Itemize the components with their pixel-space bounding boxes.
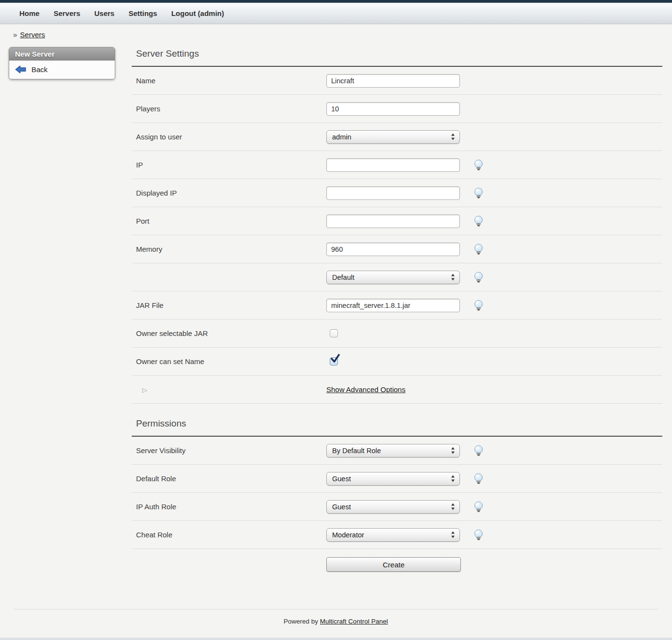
select-value: Default (332, 274, 354, 281)
field-row-players: Players (132, 95, 662, 123)
cheat-role-select[interactable]: Moderator (326, 528, 460, 542)
server-form: Server Settings Name Players Assign to u… (132, 48, 662, 580)
arrow-left-icon (15, 65, 26, 74)
breadcrumb-symbol: » (13, 30, 17, 39)
field-label: IP Auth Role (132, 503, 326, 511)
field-row-name: Name (132, 67, 662, 95)
lightbulb-icon (473, 300, 484, 311)
field-label: Owner can set Name (132, 357, 326, 366)
field-label: Players (132, 105, 326, 113)
back-label: Back (31, 65, 47, 74)
players-input[interactable] (326, 102, 460, 116)
memory-input[interactable] (326, 243, 460, 256)
page-footer: Powered by Multicraft Control Panel (13, 609, 658, 625)
footer-text: Powered by (284, 618, 320, 625)
field-row-memory: Memory (132, 235, 662, 263)
create-row: Create (132, 549, 662, 580)
field-label: Server Visibility (132, 446, 326, 455)
lightbulb-icon (473, 272, 484, 283)
field-row-owner-selectable-jar: Owner selectable JAR (132, 320, 662, 348)
field-row-default-role: Default Role Guest (132, 465, 662, 493)
field-row-ip-auth-role: IP Auth Role Guest (132, 493, 662, 521)
owner-selectable-jar-checkbox[interactable] (330, 329, 338, 337)
field-row-server-visibility: Server Visibility By Default Role (132, 437, 662, 465)
field-row-port: Port (132, 207, 662, 235)
advanced-options-row: ▷ Show Advanced Options (132, 376, 662, 404)
field-label: JAR File (132, 301, 326, 309)
select-value: Moderator (332, 531, 364, 539)
lightbulb-icon (473, 244, 484, 255)
field-label: Owner selectable JAR (132, 329, 326, 337)
lightbulb-icon (473, 187, 484, 199)
new-server-panel: New Server Back (9, 47, 115, 79)
lightbulb-icon (473, 473, 484, 485)
nav-item-users[interactable]: Users (94, 9, 115, 17)
nav-item-logout[interactable]: Logout (admin) (171, 9, 224, 17)
select-value: Guest (332, 475, 351, 483)
back-button[interactable]: Back (9, 61, 115, 79)
field-row-displayed-ip: Displayed IP (132, 179, 662, 207)
field-label: Cheat Role (132, 531, 326, 539)
nav-item-home[interactable]: Home (19, 9, 40, 17)
breadcrumb: »Servers (13, 30, 672, 39)
select-value: Guest (332, 503, 351, 511)
displayed-ip-input[interactable] (326, 186, 460, 200)
jar-file-input[interactable] (326, 299, 460, 312)
nav-item-settings[interactable]: Settings (128, 9, 157, 17)
field-row-assign-to-user: Assign to user admin (132, 123, 662, 151)
up-down-arrows-icon (451, 531, 455, 538)
owner-can-set-name-checkbox[interactable] (330, 357, 338, 366)
field-row-memory-profile: Default (132, 263, 662, 291)
lightbulb-icon (473, 501, 484, 513)
lightbulb-icon (473, 215, 484, 227)
section-title-server-settings: Server Settings (136, 48, 662, 59)
field-row-jar-file: JAR File (132, 291, 662, 320)
breadcrumb-link-servers[interactable]: Servers (20, 30, 45, 39)
ip-auth-role-select[interactable]: Guest (326, 500, 460, 514)
field-row-owner-can-set-name: Owner can set Name (132, 348, 662, 376)
select-value: By Default Role (332, 447, 381, 455)
up-down-arrows-icon (451, 274, 455, 281)
port-input[interactable] (326, 214, 460, 228)
lightbulb-icon (473, 529, 484, 541)
lightbulb-icon (473, 445, 484, 457)
field-label: Assign to user (132, 133, 326, 141)
lightbulb-icon (473, 159, 484, 171)
server-visibility-select[interactable]: By Default Role (326, 444, 460, 457)
up-down-arrows-icon (451, 133, 455, 140)
name-input[interactable] (326, 74, 460, 88)
default-role-select[interactable]: Guest (326, 472, 460, 486)
memory-profile-select[interactable]: Default (326, 271, 460, 284)
field-label: Name (132, 76, 326, 85)
select-value: admin (332, 133, 351, 141)
assign-to-user-select[interactable]: admin (326, 130, 460, 144)
field-label: Memory (132, 245, 326, 253)
field-row-ip: IP (132, 151, 662, 179)
bottom-strip (0, 638, 672, 640)
up-down-arrows-icon (451, 475, 455, 482)
checkmark-icon (330, 353, 340, 364)
up-down-arrows-icon (451, 503, 455, 510)
field-label: Port (132, 217, 326, 225)
ip-input[interactable] (326, 158, 460, 172)
up-down-arrows-icon (451, 447, 455, 454)
field-label: Displayed IP (132, 189, 326, 197)
field-label: IP (132, 161, 326, 169)
multicraft-link[interactable]: Multicraft Control Panel (320, 618, 388, 625)
triangle-right-icon[interactable]: ▷ (142, 386, 147, 394)
nav-item-servers[interactable]: Servers (54, 9, 80, 17)
main-nav: Home Servers Users Settings Logout (admi… (0, 3, 672, 24)
field-label: Default Role (132, 474, 326, 483)
panel-title: New Server (9, 47, 115, 61)
section-title-permissions: Permissions (136, 418, 662, 429)
field-row-cheat-role: Cheat Role Moderator (132, 521, 662, 549)
show-advanced-options-link[interactable]: Show Advanced Options (326, 385, 405, 394)
create-button[interactable]: Create (326, 557, 461, 572)
